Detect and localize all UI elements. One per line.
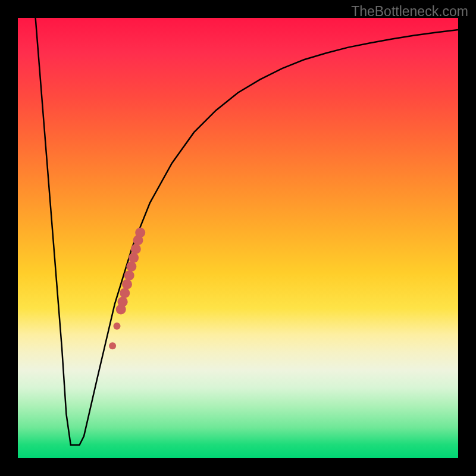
highlight-dot <box>129 253 139 263</box>
chart-svg <box>18 18 458 458</box>
watermark-text: TheBottleneck.com <box>351 4 468 20</box>
chart-plot-area <box>18 18 458 458</box>
highlight-dot <box>124 270 134 280</box>
bottleneck-curve <box>36 18 458 445</box>
highlight-dot <box>118 297 128 307</box>
highlight-dot <box>131 244 141 254</box>
highlight-dots <box>109 228 145 350</box>
highlight-dot <box>114 322 121 330</box>
highlight-dot <box>120 288 130 298</box>
highlight-dot <box>135 228 145 238</box>
highlight-dot <box>126 262 136 272</box>
highlight-dot <box>122 279 132 289</box>
highlight-dot <box>109 342 116 349</box>
